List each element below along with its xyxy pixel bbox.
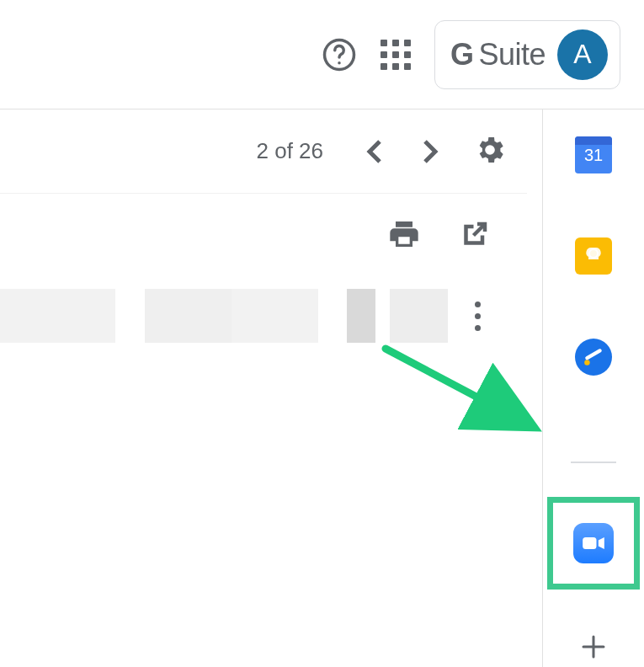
- calendar-addon[interactable]: 31: [572, 133, 615, 177]
- print-icon[interactable]: [387, 217, 421, 254]
- svg-rect-4: [583, 537, 596, 549]
- zoom-icon: [573, 523, 614, 563]
- avatar[interactable]: A: [557, 29, 608, 80]
- redacted-bar: [0, 289, 448, 343]
- svg-point-3: [584, 360, 590, 366]
- apps-grid-icon[interactable]: [379, 38, 412, 72]
- calendar-icon: 31: [575, 136, 612, 173]
- message-actions: [0, 194, 527, 278]
- previous-button[interactable]: [362, 139, 387, 164]
- content-area: 2 of 26: [0, 109, 644, 667]
- main-panel: 2 of 26: [0, 109, 543, 667]
- settings-gear-icon[interactable]: [473, 133, 507, 170]
- help-icon[interactable]: [322, 37, 357, 72]
- pagination-counter: 2 of 26: [256, 138, 323, 164]
- open-new-window-icon[interactable]: [460, 219, 490, 253]
- side-addon-panel: 31: [543, 109, 644, 667]
- svg-point-1: [338, 61, 341, 64]
- gsuite-label: G Suite: [450, 37, 546, 72]
- more-vertical-icon[interactable]: [465, 301, 490, 331]
- next-button[interactable]: [418, 139, 443, 164]
- gsuite-account-button[interactable]: G Suite A: [434, 20, 620, 89]
- pagination-toolbar: 2 of 26: [0, 109, 527, 194]
- keep-icon: [575, 237, 612, 275]
- keep-addon[interactable]: [572, 234, 615, 278]
- add-addon-button[interactable]: [577, 630, 610, 664]
- redacted-content-row: [0, 278, 527, 354]
- zoom-addon-highlighted[interactable]: [547, 497, 640, 590]
- top-header: G Suite A: [0, 0, 644, 109]
- tasks-addon[interactable]: [572, 335, 615, 379]
- side-divider: [571, 462, 616, 463]
- tasks-icon: [575, 339, 612, 376]
